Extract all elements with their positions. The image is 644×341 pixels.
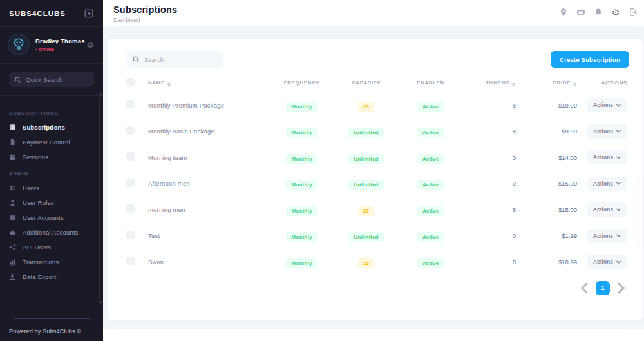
sidebar-item-label: API Users [23,244,52,251]
sort-icon[interactable]: ⇅ [573,82,577,88]
logout-icon[interactable] [629,8,638,17]
table-search-input[interactable] [126,51,223,68]
scroll-up-icon[interactable]: ▴ [99,92,102,97]
table-row: SwimMonthly15Active0$10.99Actions [126,249,627,275]
row-checkbox[interactable] [126,100,135,108]
wallet-icon[interactable] [576,8,585,17]
column-header-name[interactable]: NAME⇅ [148,80,268,86]
sidebar-item-label: User Roles [23,199,54,206]
capacity-badge: Unlimited [348,128,383,137]
page-number-button[interactable]: 1 [596,281,610,295]
frequency-badge: Monthly [286,206,317,216]
actions-button-label: Actions [593,154,613,161]
column-header-label: FREQUENCY [284,80,320,86]
column-header-price[interactable]: PRICE⇅ [516,80,577,86]
row-checkbox[interactable] [126,231,135,239]
user-name: Bradley Thomas [35,37,86,44]
actions-dropdown-button[interactable]: Actions [587,255,627,269]
price-value: $15.00 [516,180,577,187]
tokens-value: 0 [464,154,516,161]
actions-dropdown-button[interactable]: Actions [587,98,627,112]
enabled-badge: Active [417,102,444,112]
subscription-name: morning men [148,206,268,213]
avatar[interactable] [8,34,30,55]
sidebar-scrollbar[interactable] [99,98,100,298]
sidebar-item-label: Users [23,184,39,191]
column-header-tokens[interactable]: TOKENS⇅ [464,80,516,86]
sidebar-item-users[interactable]: Users [0,180,103,195]
column-header-label: NAME [148,80,165,86]
sort-icon[interactable]: ⇅ [167,82,171,88]
frequency-badge: Monthly [286,232,317,242]
actions-dropdown-button[interactable]: Actions [587,202,627,217]
app-window: SUBS4CLUBS Bradley Thomas [0,0,644,341]
row-checkbox[interactable] [126,257,135,265]
actions-dropdown-button[interactable]: Actions [587,177,627,191]
frequency-badge: Monthly [286,258,317,268]
column-header-label: CAPACITY [352,80,381,86]
select-all-checkbox[interactable] [126,78,135,86]
row-checkbox[interactable] [126,204,135,213]
actions-dropdown-button[interactable]: Actions [587,150,627,164]
sidebar-item-additional-accounts[interactable]: Additional Accounts [0,225,103,240]
sort-icon[interactable]: ⇅ [511,82,516,88]
actions-dropdown-button[interactable]: Actions [587,124,627,139]
create-subscription-button[interactable]: Create Subscription [551,51,629,68]
chart-icon [9,258,16,266]
actions-button-label: Actions [593,258,613,265]
capacity-badge: Unlimited [348,180,383,190]
map-pin-icon[interactable] [559,8,568,17]
row-checkbox[interactable] [126,179,135,187]
price-value: $1.99 [516,232,577,239]
chevron-right-icon[interactable] [614,282,627,295]
sidebar-item-user-accounts[interactable]: User Accounts [0,210,103,225]
footer-bar [103,329,644,341]
subscription-name: Monthly Basic Package [148,128,268,135]
sidebar-item-subscriptions[interactable]: Subscriptions [0,120,103,135]
sidebar-item-transactions[interactable]: Transactions [0,255,103,269]
cloud-icon [9,229,16,236]
quick-search-input[interactable] [9,72,94,87]
book-icon [9,124,16,131]
actions-button-label: Actions [593,180,613,187]
column-header-label: TOKENS [486,80,509,86]
sidebar-item-payment-control[interactable]: Payment Control [0,135,103,150]
sidebar-item-label: Transactions [23,258,59,266]
sidebar-divider [13,318,90,319]
chevron-down-icon [616,155,621,161]
subscription-name: Test [148,232,268,239]
table-body: Monthly Premium PackageMonthly20Active8$… [126,92,627,275]
tokens-value: 0 [464,258,516,266]
subscription-name: Monthly Premium Package [148,102,268,109]
frequency-badge: Monthly [286,128,317,137]
sidebar-item-data-export[interactable]: Data Export [0,269,103,284]
capacity-badge: Unlimited [348,154,383,164]
sidebar-item-user-roles[interactable]: User Roles [0,195,103,210]
calendar-icon [9,153,16,161]
user-panel: Bradley Thomas • offline ⚙ [0,27,103,64]
chevron-down-icon [616,128,621,134]
pagination: 1 [108,275,643,295]
sidebar-collapse-icon[interactable] [84,8,94,19]
row-checkbox[interactable] [126,152,135,161]
main-area: Subscriptions Dashboard ⚙ Create Subscri… [103,0,644,341]
sidebar-bottom: Powered by Subs4Clubs © [0,318,103,341]
enabled-badge: Active [417,206,444,216]
table-row: Monthly Basic PackageMonthlyUnlimitedAct… [126,119,627,145]
chevron-down-icon [616,259,621,265]
sidebar-item-sessions[interactable]: Sessions [0,150,103,164]
notification-bell-icon[interactable] [594,8,603,17]
row-checkbox[interactable] [126,126,135,135]
capacity-badge: 20 [358,102,374,112]
quick-search-wrap [0,64,103,96]
user-settings-gear-icon[interactable]: ⚙ [86,41,94,49]
sidebar-item-api-users[interactable]: API Users [0,240,103,255]
page-scrollbar-thumb[interactable] [639,175,643,249]
settings-gear-icon[interactable]: ⚙ [611,8,620,17]
scroll-down-icon[interactable]: ▾ [99,300,102,305]
actions-dropdown-button[interactable]: Actions [587,229,627,243]
chevron-left-icon[interactable] [578,282,591,295]
sidebar: SUBS4CLUBS Bradley Thomas [0,0,103,341]
column-header-frequency: FREQUENCY [268,80,336,86]
table-row: Morning teamMonthlyUnlimitedActive0$14.0… [126,144,627,171]
